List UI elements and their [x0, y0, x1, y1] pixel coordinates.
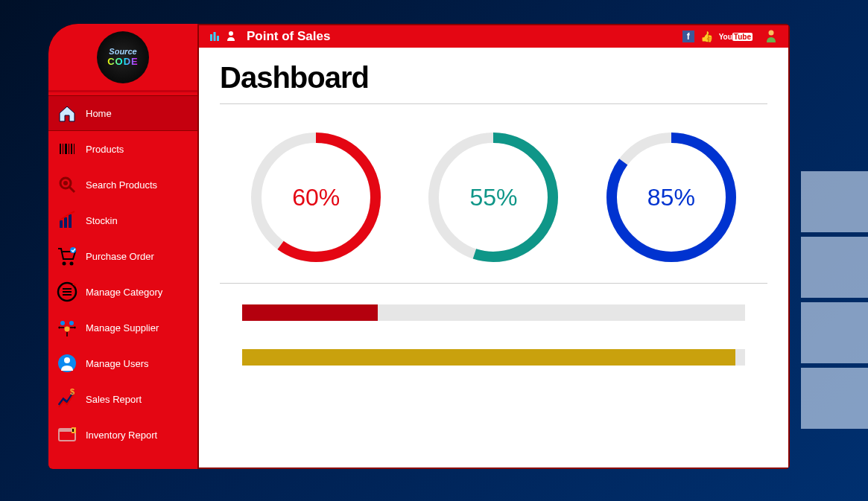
sidebar-item-products[interactable]: Products: [48, 131, 197, 167]
sidebar-item-home[interactable]: Home: [48, 95, 197, 131]
app-window: Source CODE HomeProductsSearch ProductsS…: [48, 24, 790, 469]
svg-rect-30: [210, 34, 212, 41]
svg-point-24: [64, 357, 70, 363]
logo-line1: Source: [109, 47, 136, 56]
svg-rect-2: [65, 144, 67, 154]
svg-rect-5: [74, 144, 75, 154]
gauge-2: 55%: [422, 127, 564, 268]
svg-text:+: +: [72, 281, 77, 289]
progress-bar-1: [242, 304, 745, 321]
svg-point-13: [70, 262, 74, 266]
sidebar-item-sales-report[interactable]: $Sales Report: [48, 381, 197, 417]
svg-point-33: [229, 31, 233, 36]
desktop-decor: [801, 171, 868, 433]
svg-line-7: [69, 187, 75, 192]
sidebar-item-label: Purchase Order: [86, 251, 154, 262]
svg-rect-9: [60, 220, 63, 228]
svg-rect-32: [217, 36, 219, 41]
user-icon: [54, 351, 80, 376]
inventory-icon: [54, 422, 80, 447]
sidebar-item-manage-users[interactable]: Manage Users: [48, 345, 197, 381]
gauge-3: 85%: [601, 127, 742, 268]
svg-rect-0: [60, 144, 61, 154]
people-icon: [54, 315, 80, 340]
svg-rect-29: [72, 429, 74, 432]
sidebar-item-label: Manage Category: [86, 287, 162, 298]
main: Point of Sales f 👍 YouTube Dashboard 60%…: [197, 24, 790, 469]
barcode-icon: [54, 136, 80, 162]
sidebar-item-stockin[interactable]: Stockin: [48, 202, 197, 238]
facebook-icon[interactable]: f: [682, 31, 694, 42]
logo-line2: CODE: [107, 56, 139, 67]
sidebar-item-search-products[interactable]: Search Products: [48, 167, 197, 202]
user-menu-icon[interactable]: [764, 29, 778, 45]
sidebar-item-inventory-report[interactable]: Inventory Report: [48, 417, 197, 453]
app-logo: Source CODE: [97, 31, 149, 83]
list-icon: +: [54, 279, 80, 304]
svg-point-12: [63, 262, 66, 266]
like-icon[interactable]: 👍: [700, 31, 713, 42]
gauges-row: 60%55%85%: [220, 127, 767, 268]
svg-rect-1: [63, 144, 63, 154]
progress-bar-fill: [242, 349, 735, 366]
sidebar-item-label: Products: [86, 144, 124, 155]
svg-text:$: $: [70, 389, 75, 396]
svg-point-8: [63, 181, 68, 185]
sidebar-item-label: Manage Users: [86, 358, 149, 369]
sidebar-item-manage-category[interactable]: +Manage Category: [48, 274, 197, 310]
bars-section: [220, 304, 767, 366]
logo-box: Source CODE: [48, 24, 197, 92]
progress-bar-fill: [242, 304, 378, 321]
person-icon: [226, 31, 236, 43]
svg-rect-11: [69, 214, 72, 228]
youtube-icon[interactable]: YouTube: [719, 33, 753, 41]
chart-icon: [54, 208, 80, 233]
gauge-label: 60%: [245, 127, 387, 268]
sidebar-item-label: Search Products: [86, 179, 157, 191]
cart-icon: [54, 243, 80, 269]
svg-point-21: [69, 321, 74, 325]
app-title: Point of Sales: [247, 29, 330, 44]
svg-rect-4: [71, 144, 72, 154]
svg-point-22: [65, 327, 70, 332]
svg-rect-31: [214, 32, 216, 41]
sales-icon: $: [54, 386, 80, 412]
svg-point-20: [60, 321, 65, 325]
search-icon: [54, 172, 80, 197]
content: Dashboard 60%55%85%: [199, 48, 788, 468]
bars-icon: [209, 31, 220, 43]
topbar: Point of Sales f 👍 YouTube: [199, 25, 788, 48]
page-title: Dashboard: [220, 61, 767, 95]
sidebar-item-purchase-order[interactable]: Purchase Order: [48, 238, 197, 274]
gauge-1: 60%: [245, 127, 387, 268]
sidebar-item-label: Sales Report: [86, 394, 142, 405]
divider: [220, 283, 767, 284]
nav: HomeProductsSearch ProductsStockinPurcha…: [48, 92, 197, 469]
sidebar-item-label: Manage Supplier: [86, 322, 159, 334]
gauge-label: 85%: [601, 127, 742, 268]
divider: [220, 103, 767, 104]
progress-bar-2: [242, 349, 745, 366]
svg-rect-3: [69, 144, 69, 154]
sidebar-item-manage-supplier[interactable]: Manage Supplier: [48, 310, 197, 345]
sidebar-item-label: Stockin: [86, 215, 118, 226]
sidebar-item-label: Inventory Report: [86, 430, 157, 441]
svg-rect-10: [64, 217, 67, 228]
sidebar-item-label: Home: [86, 108, 112, 119]
home-icon: [54, 100, 80, 126]
sidebar: Source CODE HomeProductsSearch ProductsS…: [48, 24, 197, 469]
svg-point-34: [769, 30, 774, 35]
gauge-label: 55%: [422, 127, 564, 268]
